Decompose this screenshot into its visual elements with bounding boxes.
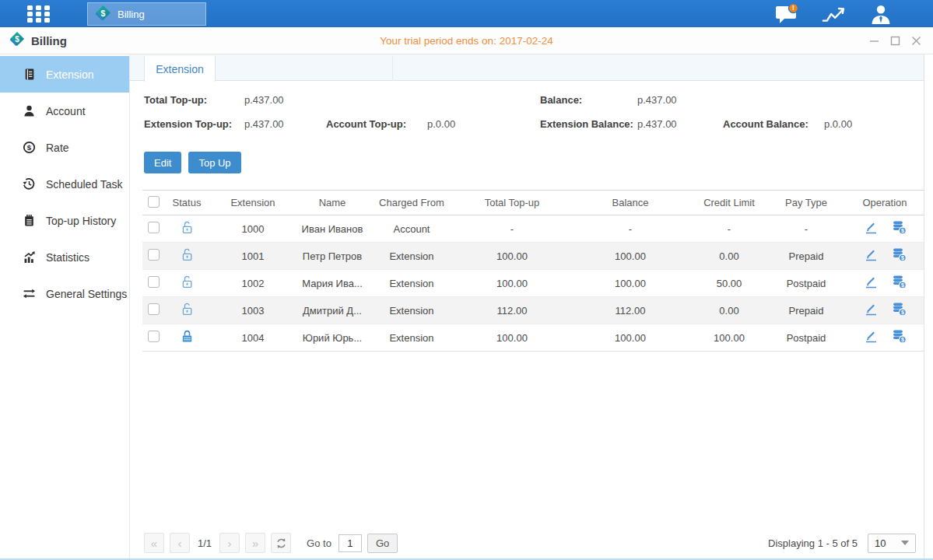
table-row: 1002Мария Ива...Extension100.00100.0050.… [142, 270, 924, 297]
row-select-checkbox[interactable] [148, 303, 160, 315]
column-header-pay-type: Pay Type [766, 191, 846, 215]
total-top-up-cell: 100.00 [455, 243, 569, 270]
edit-row-icon[interactable] [864, 329, 879, 344]
extension-table: StatusExtensionNameCharged FromTotal Top… [142, 190, 924, 352]
sidebar-item-scheduled-task[interactable]: Scheduled Task [0, 166, 129, 202]
first-page-button[interactable]: « [144, 533, 164, 553]
billing-diamond-icon: $ [95, 5, 111, 24]
balance-cell: 100.00 [569, 324, 692, 352]
column-header-name: Name [296, 191, 368, 215]
summary-value-extension-top-up: p.437.00 [244, 118, 284, 130]
edit-row-icon[interactable] [864, 247, 879, 262]
tab-strip: Extension [130, 54, 924, 81]
total-top-up-cell: - [455, 215, 569, 243]
sidebar-item-extension[interactable]: Extension [0, 56, 129, 93]
maximize-button[interactable] [889, 34, 901, 47]
select-all-checkbox[interactable] [148, 196, 160, 208]
svg-text:$: $ [101, 8, 106, 17]
charged-from-cell: Extension [368, 324, 455, 352]
lock-open-icon [181, 275, 194, 289]
extension-cell: 1004 [209, 324, 296, 352]
sidebar-item-label: Extension [46, 68, 93, 81]
credit-limit-cell: 0.00 [692, 297, 766, 324]
name-cell: Дмитрий Д... [296, 297, 368, 324]
top-up-row-icon[interactable]: $ [892, 302, 907, 317]
pay-type-cell: Postpaid [766, 270, 846, 297]
edit-button[interactable]: Edit [144, 152, 181, 173]
table-row: 1001Петр ПетровExtension100.00100.000.00… [142, 243, 924, 270]
app-window: $ Billing ! [0, 0, 933, 560]
name-cell: Мария Ива... [296, 270, 368, 297]
minimize-button[interactable] [868, 34, 880, 47]
sidebar-item-account[interactable]: Account [0, 93, 129, 129]
total-top-up-cell: 112.00 [455, 297, 569, 324]
table-row: 1003Дмитрий Д...Extension112.00112.000.0… [142, 297, 924, 324]
charged-from-cell: Account [368, 215, 455, 243]
person-icon [23, 104, 36, 117]
edit-row-icon[interactable] [864, 302, 879, 317]
summary-label-balance: Balance: [540, 94, 582, 106]
sidebar-item-general-settings[interactable]: General Settings [0, 275, 129, 312]
app-launcher-icon[interactable] [27, 5, 51, 23]
svg-text:$: $ [900, 310, 903, 316]
name-cell: Петр Петров [296, 243, 368, 270]
svg-text:$: $ [900, 337, 903, 343]
next-page-button[interactable]: › [219, 533, 240, 553]
top-up-row-icon[interactable]: $ [892, 220, 907, 235]
user-account-icon[interactable] [866, 3, 896, 25]
sidebar-item-statistics[interactable]: Statistics [0, 239, 129, 275]
edit-row-icon[interactable] [864, 220, 879, 235]
pagination-bar: « ‹ 1/1 › » Go to Go Displaying 1 [130, 530, 924, 558]
lock-closed-icon [181, 329, 194, 344]
top-up-row-icon[interactable]: $ [892, 247, 907, 262]
window-title: Billing [31, 34, 67, 47]
notifications-icon[interactable]: ! [773, 3, 802, 25]
edit-row-icon[interactable] [864, 275, 879, 289]
balance-cell: 100.00 [569, 243, 692, 270]
pay-type-cell: Prepaid [766, 243, 846, 270]
row-select-checkbox[interactable] [148, 331, 160, 342]
column-header-total-top-up: Total Top-up [455, 191, 569, 215]
balance-cell: 112.00 [569, 297, 692, 324]
tab-extension[interactable]: Extension [144, 56, 216, 82]
summary-value-balance: p.437.00 [637, 94, 677, 106]
trial-notice: Your trial period ends on: 2017-02-24 [0, 35, 933, 47]
name-cell: Юрий Юрь... [296, 324, 368, 352]
top-up-row-icon[interactable]: $ [892, 275, 907, 289]
close-button[interactable] [910, 34, 922, 47]
summary-label-account-top-up: Account Top-up: [326, 118, 406, 130]
page-indicator: 1/1 [198, 537, 212, 549]
sidebar-item-top-up-history[interactable]: Top-up History [0, 202, 129, 239]
row-select-checkbox[interactable] [148, 276, 160, 288]
topbar-tab-billing[interactable]: $ Billing [87, 2, 206, 26]
row-select-checkbox[interactable] [148, 249, 160, 261]
goto-page-input[interactable] [338, 534, 362, 552]
credit-limit-cell: 50.00 [692, 270, 766, 297]
charged-from-cell: Extension [368, 297, 455, 324]
last-page-button[interactable]: » [245, 533, 265, 553]
go-button[interactable]: Go [367, 534, 398, 553]
sidebar-item-label: General Settings [46, 288, 127, 300]
notepad-icon [23, 214, 36, 227]
svg-text:$: $ [900, 282, 903, 289]
total-top-up-cell: 100.00 [455, 324, 569, 352]
history-clock-icon [23, 177, 36, 191]
ledger-icon [23, 68, 36, 81]
refresh-button[interactable] [271, 533, 291, 553]
top-up-button[interactable]: Top Up [188, 152, 240, 173]
resource-monitor-icon[interactable] [819, 3, 849, 25]
sidebar-item-rate[interactable]: $Rate [0, 129, 129, 166]
summary-value-extension-balance: p.437.00 [637, 118, 677, 130]
main-content: Extension Total Top-up:p.437.00Balance:p… [130, 54, 924, 558]
table-row: 1000Иван ИвановAccount----$ [142, 215, 924, 243]
row-select-checkbox[interactable] [148, 222, 160, 233]
prev-page-button[interactable]: ‹ [170, 533, 190, 553]
top-up-row-icon[interactable]: $ [892, 329, 907, 344]
pay-type-cell: Prepaid [766, 297, 846, 324]
page-size-select[interactable]: 10 [868, 534, 916, 553]
svg-text:$: $ [900, 228, 903, 234]
extension-cell: 1000 [209, 215, 296, 243]
credit-limit-cell: 100.00 [692, 324, 766, 352]
column-header-status: Status [164, 191, 209, 215]
column-header-balance: Balance [569, 191, 692, 215]
